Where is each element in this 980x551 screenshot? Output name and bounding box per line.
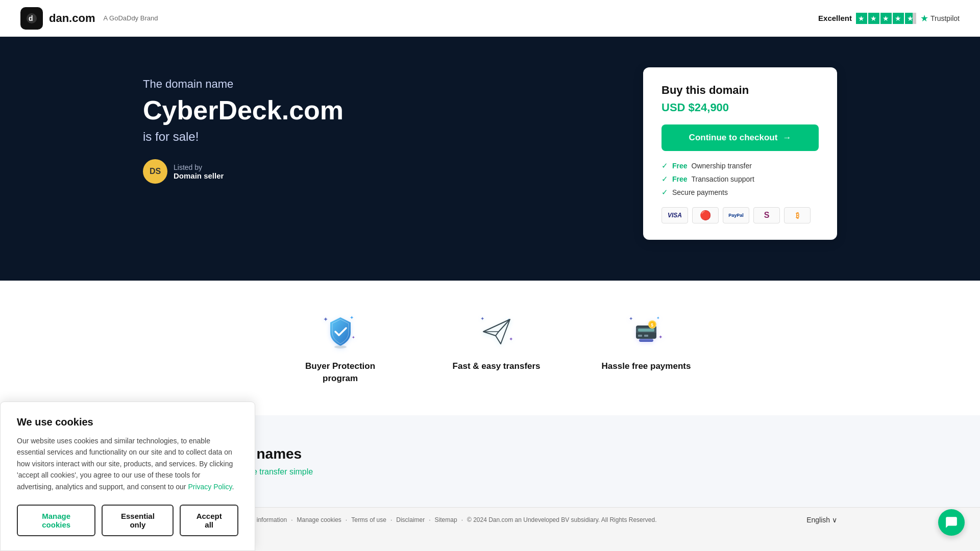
logo-text: dan.com [49,12,95,25]
check-icon-1: ✓ [662,161,668,170]
svg-rect-14 [638,335,642,337]
svg-text:✦: ✦ [350,315,354,320]
svg-text:✦: ✦ [509,336,513,342]
svg-point-5 [334,345,347,348]
svg-text:✦: ✦ [352,335,355,340]
logo-icon: d [20,7,43,30]
benefit-item-2: ✓ Free Transaction support [662,174,819,184]
benefit-text-2: Transaction support [692,175,754,183]
payment-mastercard: 🔴 [692,207,719,223]
logo-brand: A GoDaDdy Brand [103,14,158,22]
payment-paypal: PayPal [723,207,749,223]
benefits-list: ✓ Free Ownership transfer ✓ Free Transac… [662,161,819,197]
accept-all-button[interactable]: Accept all [180,505,238,536]
seller-details: Listed by Domain seller [174,163,224,180]
payment-device-icon: ✦ ✦ ✦ $ [626,311,667,352]
trustpilot-area: Excellent ★ ★ ★ ★ ★ ★ Trustpilot [818,13,960,24]
arrow-icon: → [782,133,791,143]
buy-card-title: Buy this domain [662,84,819,97]
footer-copyright: © 2024 Dan.com an Undeveloped BV subsidi… [467,516,656,523]
buy-card-price: USD $24,900 [662,101,819,114]
free-label-1: Free [672,162,688,170]
feature-title-protection: Buyer Protection program [289,360,391,385]
star-3: ★ [880,13,892,24]
logo-area: d dan.com A GoDaDdy Brand [20,7,158,30]
svg-text:✦: ✦ [656,316,660,320]
checkout-label: Continue to checkout [689,133,778,143]
seller-label: Listed by [174,163,224,171]
seller-info: DS Listed by Domain seller [143,159,344,184]
benefit-item-1: ✓ Free Ownership transfer [662,161,819,170]
hero-forsale: is for sale! [143,130,344,144]
trustpilot-logo: ★ Trustpilot [920,13,960,24]
manage-cookies-button[interactable]: Manage cookies [17,505,95,536]
trustpilot-stars: ★ ★ ★ ★ ★ [856,13,916,24]
footer-disclaimer[interactable]: Disclaimer [396,516,425,523]
cookie-title: We use cookies [17,416,238,428]
star-2: ★ [868,13,879,24]
feature-title-payments: Hassle free payments [602,360,691,372]
cookie-text: Our website uses cookies and similar tec… [17,435,238,492]
trustpilot-brand: Trustpilot [930,14,960,22]
footer-sitemap[interactable]: Sitemap [435,516,457,523]
star-5-half: ★ [905,13,916,24]
footer-terms[interactable]: Terms of use [351,516,386,523]
svg-text:✦: ✦ [480,316,484,321]
svg-rect-17 [639,339,653,342]
cookie-banner: We use cookies Our website uses cookies … [0,402,255,551]
benefit-text-1: Ownership transfer [692,162,752,170]
feature-title-transfers: Fast & easy transfers [453,360,541,372]
svg-rect-16 [638,329,654,332]
svg-text:✦: ✦ [629,316,633,321]
hero-subtitle: The domain name [143,78,344,91]
checkout-button[interactable]: Continue to checkout → [662,124,819,151]
features-section: ✦ ✦ ✦ Buyer Protection program ✦ ✦ ✦ [0,281,980,415]
feature-buyer-protection: ✦ ✦ ✦ Buyer Protection program [289,311,391,385]
hero-content: The domain name CyberDeck.com is for sal… [143,67,344,184]
svg-text:$: $ [651,322,653,328]
payment-skrill: S [753,207,780,223]
check-icon-2: ✓ [662,174,668,184]
footer-manage-cookies[interactable]: Manage cookies [297,516,341,523]
feature-fast-transfers: ✦ ✦ ✦ Fast & easy transfers [453,311,541,385]
paper-plane-icon: ✦ ✦ ✦ [476,311,517,352]
trustpilot-label: Excellent [818,14,852,22]
cookie-buttons: Manage cookies Essential only Accept all [17,505,238,536]
payment-visa: VISA [662,207,688,223]
language-selector[interactable]: English ∨ [806,516,837,524]
seller-avatar: DS [143,159,167,184]
free-label-2: Free [672,175,688,183]
star-1: ★ [856,13,867,24]
hero-section: The domain name CyberDeck.com is for sal… [0,37,980,281]
payment-bitcoin: ₿ [784,207,811,223]
svg-rect-15 [644,335,648,337]
cookie-privacy-link[interactable]: Privacy Policy [188,483,232,491]
chat-bubble[interactable] [938,509,965,536]
svg-text:d: d [29,14,33,22]
svg-text:✦: ✦ [323,316,328,323]
svg-text:✦: ✦ [658,334,663,340]
buy-card: Buy this domain USD $24,900 Continue to … [643,67,837,240]
seller-name: Domain seller [174,171,224,180]
shield-icon: ✦ ✦ ✦ [320,311,361,352]
essential-only-button[interactable]: Essential only [102,505,174,536]
hero-domain: CyberDeck.com [143,95,344,126]
check-icon-3: ✓ [662,188,668,197]
star-4: ★ [893,13,904,24]
benefit-text-3: Secure payments [672,188,728,196]
chat-icon [945,516,958,529]
feature-hassle-free: ✦ ✦ ✦ $ Hassle free payments [602,311,691,385]
site-header: d dan.com A GoDaDdy Brand Excellent ★ ★ … [0,0,980,37]
payment-icons: VISA 🔴 PayPal S ₿ [662,207,819,223]
benefit-item-3: ✓ Secure payments [662,188,819,197]
